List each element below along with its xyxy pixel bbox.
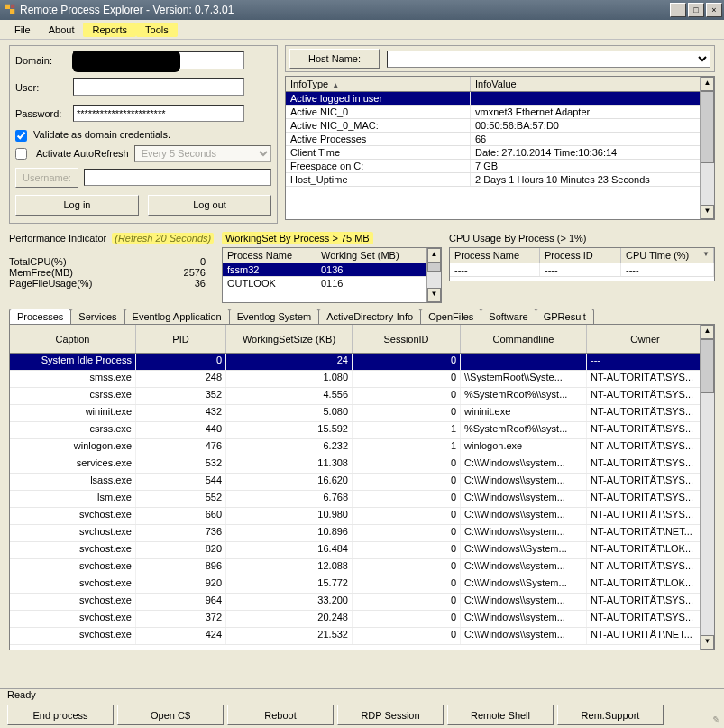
info-grid[interactable]: InfoType▲ InfoValue Active logged in use… xyxy=(285,76,715,220)
menu-file[interactable]: File xyxy=(5,23,40,37)
cell: 0 xyxy=(353,576,461,593)
process-row[interactable]: svchost.exe82016.4840C:\\Windows\\System… xyxy=(10,542,714,559)
col-sessionid[interactable]: SessionID xyxy=(353,325,461,353)
info-row[interactable]: Client TimeDate: 27.10.2014 Time:10:36:1… xyxy=(286,146,714,160)
rdp-session-button[interactable]: RDP Session xyxy=(337,705,444,725)
scroll-up-arrow[interactable]: ▲ xyxy=(701,77,714,91)
process-table-scrollbar[interactable]: ▲ ▼ xyxy=(700,325,714,650)
close-button[interactable]: × xyxy=(706,3,722,17)
process-row[interactable]: svchost.exe73610.8960C:\\Windows\\system… xyxy=(10,525,714,542)
ws-grid[interactable]: Process Name Working Set (MB)▼ fssm32013… xyxy=(222,247,442,303)
cpu-row[interactable]: ------------ xyxy=(450,263,714,277)
scroll-down-arrow[interactable]: ▼ xyxy=(427,288,441,302)
tab-activedirectory-info[interactable]: ActiveDirectory-Info xyxy=(318,309,421,324)
cell: \\SystemRoot\\Syste... xyxy=(461,371,587,387)
tab-processes[interactable]: Processes xyxy=(9,309,71,324)
username-field[interactable] xyxy=(84,169,271,186)
sort-desc-icon: ▼ xyxy=(699,250,710,258)
validate-checkbox[interactable] xyxy=(15,130,27,142)
perf-value: 2576 xyxy=(184,267,206,278)
process-row[interactable]: services.exe53211.3080C:\\Windows\\syste… xyxy=(10,456,714,474)
login-button[interactable]: Log in xyxy=(15,195,139,216)
ws-row[interactable]: OUTLOOK0116 xyxy=(223,277,441,290)
rem-support-button[interactable]: Rem.Support xyxy=(557,705,664,725)
tab-software[interactable]: Software xyxy=(481,309,536,324)
process-row[interactable]: svchost.exe89612.0880C:\\Windows\\system… xyxy=(10,559,714,576)
scroll-up-arrow[interactable]: ▲ xyxy=(701,325,714,339)
process-row[interactable]: System Idle Process0240--- xyxy=(10,354,714,371)
remote-shell-button[interactable]: Remote Shell xyxy=(447,705,554,725)
process-row[interactable]: svchost.exe96433.2000C:\\Windows\\system… xyxy=(10,594,714,611)
scroll-down-arrow[interactable]: ▼ xyxy=(701,205,714,219)
menu-about[interactable]: About xyxy=(40,23,84,37)
info-row[interactable]: Active logged in user xyxy=(286,92,714,106)
user-input[interactable] xyxy=(73,78,244,96)
process-row[interactable]: svchost.exe66010.9800C:\\Windows\\system… xyxy=(10,508,714,525)
col-caption[interactable]: Caption xyxy=(10,325,136,353)
cell: 15.592 xyxy=(226,422,353,438)
status-bar: Ready End processOpen C$RebootRDP Sessio… xyxy=(0,688,724,728)
cell: C:\\Windows\\system... xyxy=(461,491,587,507)
info-grid-scrollbar[interactable]: ▲ ▼ xyxy=(700,77,714,219)
process-row[interactable]: csrss.exe3524.5560%SystemRoot%\\syst...N… xyxy=(10,388,714,405)
info-row[interactable]: Freespace on C:7 GB xyxy=(286,160,714,173)
ws-col-process[interactable]: Process Name xyxy=(223,248,316,263)
info-row[interactable]: Active Processes66 xyxy=(286,133,714,146)
tab-eventlog-system[interactable]: Eventlog System xyxy=(229,309,320,324)
process-row[interactable]: svchost.exe92015.7720C:\\Windows\\System… xyxy=(10,576,714,594)
cell: %SystemRoot%\\syst... xyxy=(461,422,587,438)
hostname-dropdown[interactable] xyxy=(387,51,710,68)
process-row[interactable]: wininit.exe4325.0800wininit.exeNT-AUTORI… xyxy=(10,405,714,422)
info-header-value[interactable]: InfoValue xyxy=(471,77,714,91)
process-row[interactable]: csrss.exe44015.5921%SystemRoot%\\syst...… xyxy=(10,422,714,439)
tab-eventlog-application[interactable]: Eventlog Application xyxy=(124,309,230,324)
titlebar[interactable]: Remote Process Explorer - Version: 0.7.3… xyxy=(0,0,724,20)
cpu-col-time[interactable]: CPU Time (%)▼ xyxy=(621,248,714,263)
process-row[interactable]: winlogon.exe4766.2321winlogon.exeNT-AUTO… xyxy=(10,439,714,456)
col-owner[interactable]: Owner xyxy=(587,325,704,353)
end-process-button[interactable]: End process xyxy=(7,705,114,725)
cell: 424 xyxy=(136,628,226,644)
col-pid[interactable]: PID xyxy=(136,325,226,353)
process-row[interactable]: svchost.exe42421.5320C:\\Windows\\system… xyxy=(10,628,714,645)
process-row[interactable]: lsass.exe54416.6200C:\\Windows\\system..… xyxy=(10,474,714,491)
ws-col-ws[interactable]: Working Set (MB)▼ xyxy=(316,248,441,263)
maximize-button[interactable]: □ xyxy=(688,3,704,17)
process-row[interactable]: svchost.exe37220.2480C:\\Windows\\system… xyxy=(10,611,714,628)
info-row[interactable]: Host_Uptime2 Days 1 Hours 10 Minutes 23 … xyxy=(286,173,714,187)
ws-row[interactable]: fssm320136 xyxy=(223,263,441,277)
logout-button[interactable]: Log out xyxy=(148,195,271,216)
process-table[interactable]: CaptionPIDWorkingSetSize (KB)SessionIDCo… xyxy=(9,324,715,650)
process-row[interactable]: smss.exe2481.0800\\SystemRoot\\Syste...N… xyxy=(10,371,714,388)
menu-tools[interactable]: Tools xyxy=(136,23,178,37)
ws-grid-scrollbar[interactable]: ▲ ▼ xyxy=(426,248,441,302)
cpu-col-pid[interactable]: Process ID xyxy=(540,248,621,263)
col-commandline[interactable]: Commandline xyxy=(461,325,587,353)
scroll-up-arrow[interactable]: ▲ xyxy=(427,248,441,263)
cpu-col-process[interactable]: Process Name xyxy=(450,248,540,263)
process-row[interactable]: lsm.exe5526.7680C:\\Windows\\system...NT… xyxy=(10,491,714,508)
username-caption-button[interactable]: Username: xyxy=(15,168,78,188)
minimize-button[interactable]: _ xyxy=(670,3,686,17)
open-c--button[interactable]: Open C$ xyxy=(117,705,224,725)
cell: 552 xyxy=(136,491,226,507)
tab-gpresult[interactable]: GPResult xyxy=(536,309,594,324)
cpu-grid[interactable]: Process Name Process ID CPU Time (%)▼ --… xyxy=(449,247,715,281)
autorefresh-interval[interactable]: Every 5 Seconds xyxy=(134,145,271,162)
menu-reports[interactable]: Reports xyxy=(83,23,136,37)
tab-openfiles[interactable]: OpenFiles xyxy=(420,309,481,324)
scroll-down-arrow[interactable]: ▼ xyxy=(701,635,714,650)
col-workingsetsize-kb-[interactable]: WorkingSetSize (KB) xyxy=(226,325,353,353)
hostname-label-button[interactable]: Host Name: xyxy=(289,49,380,69)
cell: svchost.exe xyxy=(10,559,136,576)
cell: NT-AUTORITÄT\SYS... xyxy=(587,388,704,404)
autorefresh-checkbox[interactable] xyxy=(15,148,27,160)
domain-input[interactable] xyxy=(73,51,244,69)
info-header-type[interactable]: InfoType▲ xyxy=(286,77,471,91)
reboot-button[interactable]: Reboot xyxy=(227,705,334,725)
password-input[interactable] xyxy=(73,105,244,122)
info-row[interactable]: Active NIC_0_MAC:00:50:56:BA:57:D0 xyxy=(286,119,714,133)
info-row[interactable]: Active NIC_0vmxnet3 Ethernet Adapter xyxy=(286,106,714,119)
cell: NT-AUTORITÄT\SYS... xyxy=(587,405,704,421)
tab-services[interactable]: Services xyxy=(70,309,124,324)
